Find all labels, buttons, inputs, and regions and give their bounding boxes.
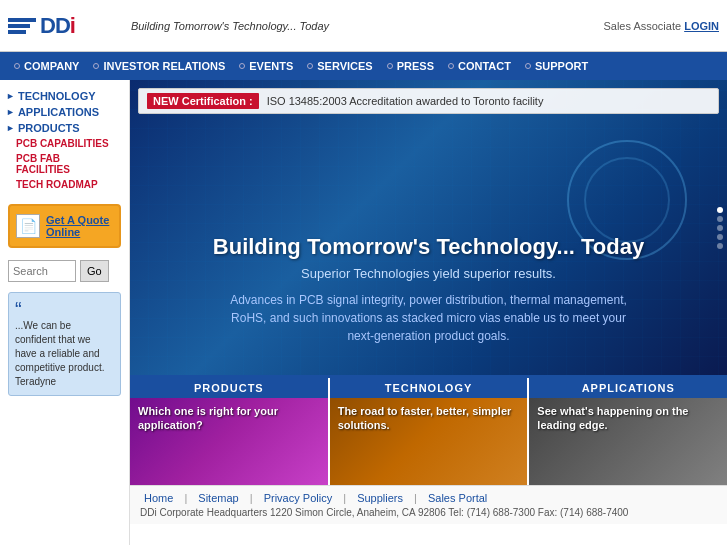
quote-icon: 📄	[16, 214, 40, 238]
footer-link-suppliers[interactable]: Suppliers	[357, 492, 403, 504]
footer-address: DDi Corporate Headquarters 1220 Simon Ci…	[140, 507, 717, 518]
feature-desc-products: Which one is right for your application?	[138, 404, 320, 433]
logo-box: DDi	[8, 13, 75, 39]
scroll-dot-4	[717, 234, 723, 240]
nav-item-services[interactable]: SERVICES	[301, 60, 378, 72]
scroll-dot-2	[717, 216, 723, 222]
header: DDi Building Tomorrow's Technology... To…	[0, 0, 727, 52]
nav-dot	[525, 63, 531, 69]
logo-i: i	[70, 13, 75, 38]
cert-text: ISO 13485:2003 Accreditation awarded to …	[267, 95, 544, 107]
nav-item-investor[interactable]: INVESTOR RELATIONS	[87, 60, 231, 72]
search-area: Go	[8, 260, 121, 282]
hero-banner: NEW Certification : ISO 13485:2003 Accre…	[130, 80, 727, 375]
cert-badge: NEW Certification :	[147, 93, 259, 109]
feature-card-products[interactable]: PRODUCTS Which one is right for your app…	[130, 378, 330, 485]
arrow-icon: ►	[6, 123, 15, 133]
logo-stripe-3	[8, 30, 26, 34]
sidebar-item-products[interactable]: ►PRODUCTS	[4, 120, 125, 136]
nav-item-events[interactable]: EVENTS	[233, 60, 299, 72]
nav-dot	[14, 63, 20, 69]
feature-desc-apps: See what's happening on the leading edge…	[537, 404, 719, 433]
scroll-indicator	[717, 207, 723, 249]
quote-button[interactable]: 📄 Get A Quote Online	[8, 204, 121, 248]
logo-stripes	[8, 18, 36, 34]
logo-stripe-1	[8, 18, 36, 22]
scroll-dot-5	[717, 243, 723, 249]
nav-dot	[93, 63, 99, 69]
quote-label: Get A Quote Online	[46, 214, 113, 238]
testimonial-text: ...We can be confident that we have a re…	[15, 319, 114, 389]
search-button[interactable]: Go	[80, 260, 109, 282]
scroll-dot-1	[717, 207, 723, 213]
sidebar-item-technology[interactable]: ►TECHNOLOGY	[4, 88, 125, 104]
nav-dot	[307, 63, 313, 69]
footer-link-sitemap[interactable]: Sitemap	[198, 492, 238, 504]
nav-item-company[interactable]: COMPANY	[8, 60, 85, 72]
nav-dot	[387, 63, 393, 69]
nav-dot	[239, 63, 245, 69]
feature-header-products: PRODUCTS	[130, 378, 328, 398]
arrow-icon: ►	[6, 107, 15, 117]
feature-card-technology[interactable]: TECHNOLOGY The road to faster, better, s…	[330, 378, 530, 485]
sidebar-item-pcb-fab[interactable]: PCB FAB FACILITIES	[4, 151, 125, 177]
search-input[interactable]	[8, 260, 76, 282]
sidebar-section-nav: ►TECHNOLOGY ►APPLICATIONS ►PRODUCTS PCB …	[4, 88, 125, 192]
feature-body-tech: The road to faster, better, simpler solu…	[330, 398, 528, 439]
logo-text: DDi	[40, 13, 75, 39]
feature-body-products: Which one is right for your application?	[130, 398, 328, 439]
hero-body: Advances in PCB signal integrity, power …	[219, 291, 639, 345]
nav-dot	[448, 63, 454, 69]
nav-bar: COMPANY INVESTOR RELATIONS EVENTS SERVIC…	[0, 52, 727, 80]
sidebar-item-applications[interactable]: ►APPLICATIONS	[4, 104, 125, 120]
sidebar-item-tech-roadmap[interactable]: TECH ROADMAP	[4, 177, 125, 192]
testimonial-box: “ ...We can be confident that we have a …	[8, 292, 121, 396]
feature-header-tech: TECHNOLOGY	[330, 378, 528, 398]
sidebar-item-pcb-cap[interactable]: PCB CAPABILITIES	[4, 136, 125, 151]
tagline: Building Tomorrow's Technology... Today	[131, 20, 329, 32]
login-link[interactable]: LOGIN	[684, 20, 719, 32]
feature-body-apps: See what's happening on the leading edge…	[529, 398, 727, 439]
feature-card-applications[interactable]: APPLICATIONS See what's happening on the…	[529, 378, 727, 485]
hero-title: Building Tomorrow's Technology... Today	[150, 234, 707, 260]
logo-dd: DD	[40, 13, 70, 38]
sales-info: Sales Associate LOGIN	[603, 20, 719, 32]
feature-header-apps: APPLICATIONS	[529, 378, 727, 398]
nav-item-press[interactable]: PRESS	[381, 60, 440, 72]
nav-item-contact[interactable]: CONTACT	[442, 60, 517, 72]
scroll-dot-3	[717, 225, 723, 231]
logo-area: DDi	[8, 13, 75, 39]
feature-cards: PRODUCTS Which one is right for your app…	[130, 375, 727, 485]
nav-item-support[interactable]: SUPPORT	[519, 60, 594, 72]
footer-link-home[interactable]: Home	[144, 492, 173, 504]
arrow-icon: ►	[6, 91, 15, 101]
footer-link-privacy[interactable]: Privacy Policy	[264, 492, 332, 504]
hero-content: Building Tomorrow's Technology... Today …	[130, 234, 727, 345]
cert-bar: NEW Certification : ISO 13485:2003 Accre…	[138, 88, 719, 114]
feature-desc-tech: The road to faster, better, simpler solu…	[338, 404, 520, 433]
sales-label: Sales Associate	[603, 20, 681, 32]
footer-links: Home | Sitemap | Privacy Policy | Suppli…	[130, 485, 727, 524]
quote-mark-icon: “	[15, 299, 114, 319]
footer-link-sales[interactable]: Sales Portal	[428, 492, 487, 504]
content-area: NEW Certification : ISO 13485:2003 Accre…	[130, 80, 727, 545]
logo-stripe-2	[8, 24, 30, 28]
hero-subtitle: Superior Technologies yield superior res…	[150, 266, 707, 281]
sidebar: ►TECHNOLOGY ►APPLICATIONS ►PRODUCTS PCB …	[0, 80, 130, 545]
main-layout: ►TECHNOLOGY ►APPLICATIONS ►PRODUCTS PCB …	[0, 80, 727, 545]
